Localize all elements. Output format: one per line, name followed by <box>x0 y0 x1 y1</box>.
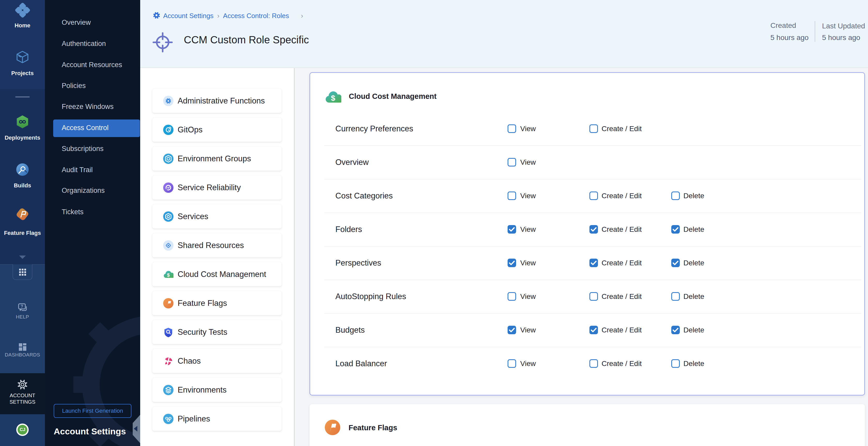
svg-text:$: $ <box>167 272 170 278</box>
svg-text:$: $ <box>331 94 335 102</box>
svg-text:?: ? <box>21 304 23 309</box>
